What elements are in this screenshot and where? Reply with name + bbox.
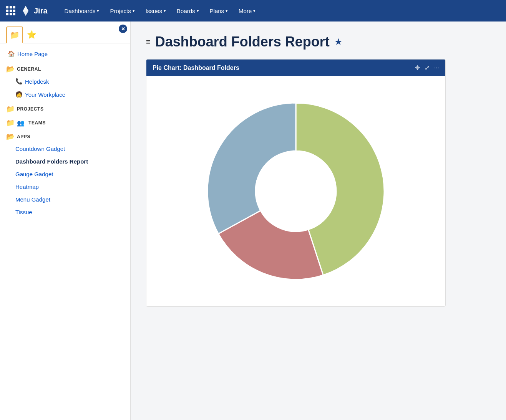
- grid-menu-icon[interactable]: [6, 6, 15, 15]
- donut-chart-svg: [146, 59, 200, 200]
- chevron-down-icon: ▾: [133, 8, 135, 13]
- chevron-down-icon: ▾: [164, 8, 166, 13]
- main-layout: 📁 ⭐ ✕ 🏠 Home Page 📂 GENERAL 📞 Helpdesk: [0, 21, 506, 420]
- donut-chart: [196, 91, 396, 291]
- nav-item-issues[interactable]: Issues ▾: [141, 5, 171, 17]
- chart-card: Pie Chart: Dashboard Folders ✥ ⤢ ···: [146, 59, 446, 307]
- nav-item-more[interactable]: More ▾: [234, 5, 260, 17]
- jira-logo[interactable]: Jira: [20, 5, 48, 17]
- move-icon[interactable]: ✥: [415, 64, 420, 71]
- expand-icon[interactable]: ⤢: [425, 64, 430, 71]
- nav-items: Dashboards ▾ Projects ▾ Issues ▾ Boards …: [60, 5, 500, 17]
- more-options-icon[interactable]: ···: [434, 64, 439, 71]
- chevron-down-icon: ▾: [197, 8, 199, 13]
- nav-item-projects[interactable]: Projects ▾: [105, 5, 139, 17]
- chevron-down-icon: ▾: [253, 8, 255, 13]
- top-navigation: Jira Dashboards ▾ Projects ▾ Issues ▾ Bo…: [0, 0, 506, 21]
- chart-body: [146, 76, 445, 306]
- main-content: ≡ Dashboard Folders Report ★ Pie Chart: …: [131, 21, 506, 420]
- sidebar-item-tissue[interactable]: Tissue: [0, 206, 130, 218]
- nav-item-plans[interactable]: Plans ▾: [205, 5, 233, 17]
- chevron-down-icon: ▾: [226, 8, 228, 13]
- chevron-down-icon: ▾: [97, 8, 99, 13]
- page-star-icon[interactable]: ★: [334, 36, 343, 47]
- chart-actions: ✥ ⤢ ···: [415, 64, 439, 71]
- nav-item-boards[interactable]: Boards ▾: [172, 5, 204, 17]
- nav-item-dashboards[interactable]: Dashboards ▾: [60, 5, 104, 17]
